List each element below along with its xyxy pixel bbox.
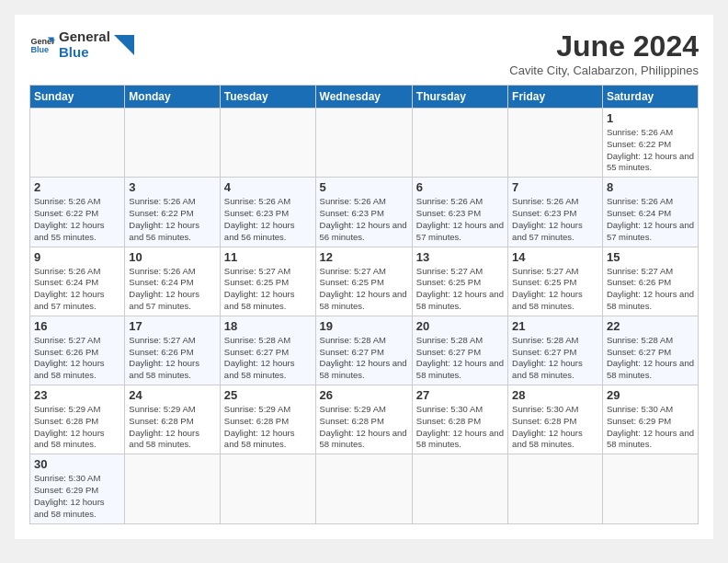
day-number: 24 [129,388,216,402]
day-number: 29 [607,388,694,402]
day-info: Sunrise: 5:28 AMSunset: 6:27 PMDaylight:… [320,335,408,382]
calendar-cell: 21Sunrise: 5:28 AMSunset: 6:27 PMDayligh… [508,316,603,385]
day-number: 1 [607,111,694,125]
calendar-cell: 13Sunrise: 5:27 AMSunset: 6:25 PMDayligh… [412,247,507,316]
day-info: Sunrise: 5:26 AMSunset: 6:22 PMDaylight:… [34,196,120,243]
day-number: 15 [607,250,694,264]
day-number: 16 [34,319,120,333]
day-info: Sunrise: 5:27 AMSunset: 6:26 PMDaylight:… [34,335,120,382]
calendar-week-row: 9Sunrise: 5:26 AMSunset: 6:24 PMDaylight… [30,247,699,316]
calendar-cell: 26Sunrise: 5:29 AMSunset: 6:28 PMDayligh… [315,385,412,454]
calendar-cell: 30Sunrise: 5:30 AMSunset: 6:29 PMDayligh… [30,454,125,523]
day-number: 14 [512,250,598,264]
calendar-cell: 28Sunrise: 5:30 AMSunset: 6:28 PMDayligh… [508,385,603,454]
day-number: 27 [416,388,504,402]
weekday-header-friday: Friday [508,86,603,109]
calendar-cell: 29Sunrise: 5:30 AMSunset: 6:29 PMDayligh… [602,385,698,454]
weekday-header-thursday: Thursday [412,86,507,109]
calendar-cell: 23Sunrise: 5:29 AMSunset: 6:28 PMDayligh… [30,385,125,454]
calendar-cell [125,454,221,523]
day-number: 23 [34,388,120,402]
day-number: 18 [224,319,312,333]
day-info: Sunrise: 5:27 AMSunset: 6:25 PMDaylight:… [416,266,504,313]
day-number: 3 [129,180,216,194]
weekday-header-saturday: Saturday [602,86,698,109]
calendar-week-row: 30Sunrise: 5:30 AMSunset: 6:29 PMDayligh… [30,454,699,523]
calendar-cell: 9Sunrise: 5:26 AMSunset: 6:24 PMDaylight… [30,247,125,316]
day-number: 30 [34,457,120,471]
calendar-cell [125,109,221,178]
weekday-header-wednesday: Wednesday [315,86,412,109]
day-info: Sunrise: 5:26 AMSunset: 6:22 PMDaylight:… [129,196,216,243]
calendar-cell: 19Sunrise: 5:28 AMSunset: 6:27 PMDayligh… [315,316,412,385]
calendar-cell: 14Sunrise: 5:27 AMSunset: 6:25 PMDayligh… [508,247,603,316]
calendar-cell: 4Sunrise: 5:26 AMSunset: 6:23 PMDaylight… [220,178,315,247]
day-number: 9 [34,250,120,264]
logo-general: General [59,29,110,45]
calendar-cell: 20Sunrise: 5:28 AMSunset: 6:27 PMDayligh… [412,316,507,385]
day-info: Sunrise: 5:30 AMSunset: 6:28 PMDaylight:… [512,404,598,451]
calendar-cell: 25Sunrise: 5:29 AMSunset: 6:28 PMDayligh… [220,385,315,454]
weekday-header-tuesday: Tuesday [220,86,315,109]
day-number: 25 [224,388,312,402]
day-info: Sunrise: 5:26 AMSunset: 6:23 PMDaylight:… [512,196,598,243]
day-info: Sunrise: 5:26 AMSunset: 6:24 PMDaylight:… [129,266,216,313]
calendar-table: SundayMondayTuesdayWednesdayThursdayFrid… [29,85,699,524]
day-info: Sunrise: 5:26 AMSunset: 6:23 PMDaylight:… [224,196,312,243]
day-info: Sunrise: 5:27 AMSunset: 6:25 PMDaylight:… [224,266,312,313]
day-number: 4 [224,180,312,194]
calendar-cell: 3Sunrise: 5:26 AMSunset: 6:22 PMDaylight… [125,178,221,247]
day-number: 10 [129,250,216,264]
day-number: 17 [129,319,216,333]
calendar-week-row: 23Sunrise: 5:29 AMSunset: 6:28 PMDayligh… [30,385,699,454]
calendar-cell [30,109,125,178]
calendar-cell: 12Sunrise: 5:27 AMSunset: 6:25 PMDayligh… [315,247,412,316]
day-info: Sunrise: 5:26 AMSunset: 6:24 PMDaylight:… [34,266,120,313]
day-info: Sunrise: 5:27 AMSunset: 6:25 PMDaylight:… [320,266,408,313]
logo-icon: General Blue [29,32,55,58]
svg-text:Blue: Blue [30,45,49,54]
day-info: Sunrise: 5:27 AMSunset: 6:26 PMDaylight:… [607,266,694,313]
day-info: Sunrise: 5:28 AMSunset: 6:27 PMDaylight:… [224,335,312,382]
calendar-cell: 17Sunrise: 5:27 AMSunset: 6:26 PMDayligh… [125,316,221,385]
day-info: Sunrise: 5:29 AMSunset: 6:28 PMDaylight:… [320,404,408,451]
day-info: Sunrise: 5:29 AMSunset: 6:28 PMDaylight:… [34,404,120,451]
day-number: 13 [416,250,504,264]
calendar-cell: 8Sunrise: 5:26 AMSunset: 6:24 PMDaylight… [602,178,698,247]
day-info: Sunrise: 5:26 AMSunset: 6:22 PMDaylight:… [607,127,694,174]
day-info: Sunrise: 5:30 AMSunset: 6:28 PMDaylight:… [416,404,504,451]
day-info: Sunrise: 5:26 AMSunset: 6:23 PMDaylight:… [416,196,504,243]
day-number: 26 [320,388,408,402]
day-info: Sunrise: 5:26 AMSunset: 6:24 PMDaylight:… [607,196,694,243]
day-info: Sunrise: 5:29 AMSunset: 6:28 PMDaylight:… [129,404,216,451]
day-info: Sunrise: 5:27 AMSunset: 6:26 PMDaylight:… [129,335,216,382]
day-info: Sunrise: 5:29 AMSunset: 6:28 PMDaylight:… [224,404,312,451]
day-number: 5 [320,180,408,194]
calendar-cell [508,109,603,178]
calendar-cell: 15Sunrise: 5:27 AMSunset: 6:26 PMDayligh… [602,247,698,316]
title-area: June 2024 Cavite City, Calabarzon, Phili… [509,29,699,77]
day-number: 2 [34,180,120,194]
day-number: 19 [320,319,408,333]
day-info: Sunrise: 5:28 AMSunset: 6:27 PMDaylight:… [416,335,504,382]
logo-triangle-icon [114,35,134,55]
day-number: 20 [416,319,504,333]
calendar-cell [220,109,315,178]
day-info: Sunrise: 5:30 AMSunset: 6:29 PMDaylight:… [607,404,694,451]
day-number: 7 [512,180,598,194]
calendar-week-row: 16Sunrise: 5:27 AMSunset: 6:26 PMDayligh… [30,316,699,385]
calendar-cell: 7Sunrise: 5:26 AMSunset: 6:23 PMDaylight… [508,178,603,247]
day-number: 8 [607,180,694,194]
calendar-cell: 24Sunrise: 5:29 AMSunset: 6:28 PMDayligh… [125,385,221,454]
calendar-cell: 11Sunrise: 5:27 AMSunset: 6:25 PMDayligh… [220,247,315,316]
calendar-week-row: 2Sunrise: 5:26 AMSunset: 6:22 PMDaylight… [30,178,699,247]
day-number: 21 [512,319,598,333]
calendar-cell [412,109,507,178]
day-number: 28 [512,388,598,402]
day-number: 22 [607,319,694,333]
calendar-cell [602,454,698,523]
calendar-cell: 2Sunrise: 5:26 AMSunset: 6:22 PMDaylight… [30,178,125,247]
calendar-cell: 16Sunrise: 5:27 AMSunset: 6:26 PMDayligh… [30,316,125,385]
day-number: 12 [320,250,408,264]
calendar-cell: 1Sunrise: 5:26 AMSunset: 6:22 PMDaylight… [602,109,698,178]
